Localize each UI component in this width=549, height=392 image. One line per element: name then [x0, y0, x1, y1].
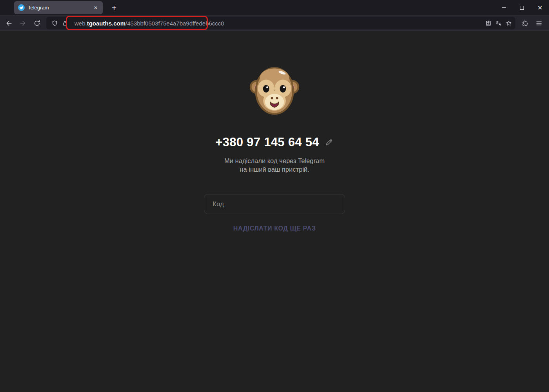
browser-window: Telegram ✕ + ✕ — [0, 0, 549, 392]
minimize-button[interactable] — [495, 0, 513, 16]
back-arrow-icon — [5, 20, 13, 27]
navigation-toolbar: web.tgoauths.com/453bbf0503f75e4a7ba9dff… — [0, 16, 549, 31]
tab-title: Telegram — [28, 5, 92, 11]
reload-icon — [33, 20, 41, 27]
message-line-2: на інший ваш пристрій. — [224, 165, 325, 174]
login-page: +380 97 145 64 54 Ми надіслали код через… — [0, 31, 549, 392]
puzzle-icon — [521, 20, 529, 27]
monkey-face-logo — [249, 65, 300, 116]
hamburger-icon — [535, 20, 543, 27]
back-button[interactable] — [2, 17, 15, 29]
translate-icon — [495, 20, 502, 27]
url-text[interactable]: web.tgoauths.com/453bbf0503f75e4a7ba9dff… — [75, 20, 483, 27]
sent-code-message: Ми надіслали код через Telegram на інший… — [224, 157, 325, 174]
maximize-button[interactable] — [513, 0, 531, 16]
urlbar-actions — [483, 18, 514, 28]
tracking-protection-button[interactable] — [49, 18, 60, 28]
code-input[interactable] — [204, 194, 345, 214]
save-page-button[interactable] — [483, 18, 493, 28]
translate-button[interactable] — [493, 18, 504, 28]
message-line-1: Ми надіслали код через Telegram — [224, 157, 325, 165]
lock-icon — [62, 20, 68, 27]
menu-button[interactable] — [533, 17, 545, 29]
window-controls: ✕ — [495, 0, 549, 16]
maximize-icon — [520, 6, 524, 10]
resend-code-button[interactable]: НАДІСЛАТИ КОД ЩЕ РАЗ — [233, 225, 316, 232]
star-icon — [505, 20, 512, 27]
shield-icon — [51, 20, 58, 27]
minimize-icon — [502, 7, 506, 8]
new-tab-button[interactable]: + — [108, 2, 120, 14]
url-path: /453bbf0503f75e4a7ba9dffedeb6ccc0 — [125, 20, 224, 27]
forward-button[interactable] — [16, 17, 29, 29]
extensions-button[interactable] — [518, 17, 531, 29]
tab-close-icon[interactable]: ✕ — [92, 4, 100, 12]
close-icon: ✕ — [538, 5, 543, 11]
reload-button[interactable] — [31, 17, 43, 29]
forward-arrow-icon — [19, 20, 27, 27]
edit-phone-button[interactable] — [324, 138, 334, 147]
phone-row: +380 97 145 64 54 — [215, 135, 334, 149]
bookmark-button[interactable] — [504, 18, 514, 28]
close-window-button[interactable]: ✕ — [531, 0, 549, 16]
url-domain: tgoauths.com — [87, 20, 125, 27]
telegram-logo-icon — [18, 4, 25, 11]
phone-number: +380 97 145 64 54 — [215, 135, 319, 149]
monkey-face-icon — [249, 65, 300, 116]
tab-bar: Telegram ✕ + ✕ — [0, 0, 549, 16]
url-bar[interactable]: web.tgoauths.com/453bbf0503f75e4a7ba9dff… — [46, 17, 515, 29]
tab-telegram[interactable]: Telegram ✕ — [14, 1, 103, 14]
site-security-button[interactable] — [60, 18, 70, 28]
pencil-icon — [325, 138, 333, 147]
save-page-icon — [485, 20, 492, 27]
url-subdomain: web. — [75, 20, 87, 27]
